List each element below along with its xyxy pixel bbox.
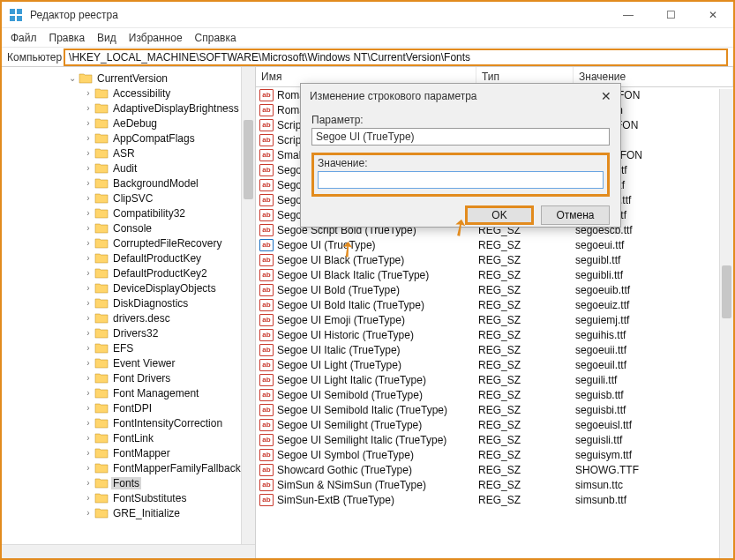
list-row[interactable]: abSegoe UI Black Italic (TrueType)REG_SZ… — [256, 267, 733, 282]
expand-icon[interactable]: › — [83, 298, 94, 308]
param-name-field[interactable]: Segoe UI (TrueType) — [311, 128, 610, 146]
expand-icon[interactable]: › — [83, 493, 94, 503]
expand-icon[interactable]: › — [83, 448, 94, 458]
tree-item[interactable]: ›FontLink — [2, 430, 255, 445]
tree-item[interactable]: ›Accessibility — [2, 86, 255, 101]
tree-hscrollbar[interactable] — [2, 544, 255, 558]
list-row[interactable]: abSegoe UI (TrueType)REG_SZsegoeui.ttf — [256, 237, 733, 252]
expand-icon[interactable]: › — [83, 283, 94, 293]
expand-icon[interactable]: › — [83, 253, 94, 263]
ok-button[interactable]: OK — [465, 205, 534, 225]
tree-item[interactable]: ›FontMapper — [2, 445, 255, 460]
tree-item-label: Event Viewer — [111, 357, 176, 370]
tree-item[interactable]: ›drivers.desc — [2, 310, 255, 325]
expand-icon[interactable]: › — [83, 418, 94, 428]
tree-item[interactable]: ›FontDPI — [2, 400, 255, 415]
expand-icon[interactable]: › — [83, 313, 94, 323]
expand-icon[interactable]: › — [83, 478, 94, 488]
maximize-button[interactable]: ☐ — [657, 9, 684, 21]
tree-item-label: BackgroundModel — [111, 177, 200, 190]
expand-icon[interactable]: › — [83, 358, 94, 368]
expand-icon[interactable]: › — [83, 193, 94, 203]
expand-icon[interactable]: › — [83, 403, 94, 413]
menu-file[interactable]: Файл — [11, 32, 37, 44]
tree-item[interactable]: ›Audit — [2, 161, 255, 175]
expand-icon[interactable]: › — [83, 223, 94, 233]
tree-item[interactable]: ›BackgroundModel — [2, 175, 255, 190]
expand-icon[interactable]: › — [83, 238, 94, 248]
tree-item[interactable]: ›Console — [2, 220, 255, 235]
expand-icon[interactable]: › — [83, 268, 94, 278]
menu-favorites[interactable]: Избранное — [129, 32, 183, 44]
tree-item[interactable]: ›Event Viewer — [2, 355, 255, 370]
value-input[interactable] — [318, 171, 604, 189]
path-input[interactable]: \HKEY_LOCAL_MACHINE\SOFTWARE\Microsoft\W… — [64, 49, 728, 66]
expand-icon[interactable]: › — [83, 373, 94, 383]
expand-icon[interactable]: › — [83, 118, 94, 128]
list-row[interactable]: abSegoe UI Historic (TrueType)REG_SZsegu… — [256, 327, 733, 342]
tree-item[interactable]: ›FontSubstitutes — [2, 490, 255, 505]
string-value-icon: ab — [259, 404, 274, 416]
menu-help[interactable]: Справка — [195, 32, 236, 44]
folder-icon — [94, 117, 109, 129]
list-row[interactable]: abSegoe UI Light Italic (TrueType)REG_SZ… — [256, 372, 733, 387]
menu-view[interactable]: Вид — [97, 32, 116, 44]
expand-icon[interactable]: › — [83, 463, 94, 473]
list-row[interactable]: abSegoe UI Semilight (TrueType)REG_SZseg… — [256, 417, 733, 432]
tree-item[interactable]: ›Font Management — [2, 385, 255, 400]
list-row[interactable]: abSegoe UI Black (TrueType)REG_SZseguibl… — [256, 252, 733, 267]
list-row[interactable]: abSegoe UI Symbol (TrueType)REG_SZseguis… — [256, 447, 733, 462]
menu-edit[interactable]: Правка — [49, 32, 86, 44]
list-row[interactable]: abShowcard Gothic (TrueType)REG_SZSHOWG.… — [256, 462, 733, 477]
tree-scrollbar[interactable] — [241, 67, 255, 558]
tree-item[interactable]: ›DefaultProductKey — [2, 250, 255, 265]
dialog-close-button[interactable]: ✕ — [601, 89, 611, 103]
list-row[interactable]: abSegoe UI Italic (TrueType)REG_SZsegoeu… — [256, 342, 733, 357]
expand-icon[interactable]: › — [83, 508, 94, 518]
tree-item[interactable]: ›Font Drivers — [2, 370, 255, 385]
tree-root[interactable]: CurrentVersion — [95, 72, 169, 85]
list-row[interactable]: abSegoe UI Emoji (TrueType)REG_SZseguiem… — [256, 312, 733, 327]
expand-icon[interactable]: › — [83, 328, 94, 338]
list-row[interactable]: abSimSun-ExtB (TrueType)REG_SZsimsunb.tt… — [256, 492, 733, 507]
list-row[interactable]: abSegoe UI Bold (TrueType)REG_SZsegoeuib… — [256, 282, 733, 297]
tree-item[interactable]: ›FontMapperFamilyFallback — [2, 460, 255, 475]
tree-item[interactable]: ›DiskDiagnostics — [2, 295, 255, 310]
expand-icon[interactable]: › — [83, 433, 94, 443]
tree-item[interactable]: ›DeviceDisplayObjects — [2, 280, 255, 295]
list-row[interactable]: abSegoe UI Bold Italic (TrueType)REG_SZs… — [256, 297, 733, 312]
tree-item[interactable]: ›AdaptiveDisplayBrightness — [2, 101, 255, 116]
expand-icon[interactable]: › — [83, 208, 94, 218]
close-button[interactable]: ✕ — [700, 9, 726, 21]
tree-item[interactable]: ›FontIntensityCorrection — [2, 415, 255, 430]
list-row[interactable]: abSegoe UI Light (TrueType)REG_SZsegoeui… — [256, 357, 733, 372]
tree-item[interactable]: ›CorruptedFileRecovery — [2, 235, 255, 250]
tree-item[interactable]: ›Fonts — [2, 475, 255, 490]
tree-item[interactable]: ›EFS — [2, 340, 255, 355]
list-row[interactable]: abSegoe UI Semibold Italic (TrueType)REG… — [256, 402, 733, 417]
expand-icon[interactable]: › — [83, 88, 94, 98]
expand-icon[interactable]: › — [83, 133, 94, 143]
expand-icon[interactable]: › — [83, 163, 94, 173]
tree-item[interactable]: ›Drivers32 — [2, 325, 255, 340]
tree-item[interactable]: ›GRE_Initialize — [2, 505, 255, 520]
list-scrollbar[interactable] — [719, 89, 733, 558]
list-row[interactable]: abSegoe UI Semilight Italic (TrueType)RE… — [256, 432, 733, 447]
expand-icon[interactable]: › — [83, 178, 94, 188]
expand-icon[interactable]: › — [83, 343, 94, 353]
tree-item[interactable]: ›Compatibility32 — [2, 205, 255, 220]
list-row[interactable]: abSegoe UI Semibold (TrueType)REG_SZsegu… — [256, 387, 733, 402]
tree-item[interactable]: ›DefaultProductKey2 — [2, 265, 255, 280]
cancel-button[interactable]: Отмена — [541, 205, 610, 225]
expand-icon[interactable]: › — [83, 148, 94, 158]
tree-panel[interactable]: ⌄ CurrentVersion ›Accessibility›Adaptive… — [2, 67, 256, 558]
expand-icon[interactable]: › — [83, 388, 94, 398]
expand-icon[interactable]: › — [83, 103, 94, 113]
tree-item[interactable]: ›ASR — [2, 146, 255, 161]
list-row[interactable]: abSimSun & NSimSun (TrueType)REG_SZsimsu… — [256, 477, 733, 492]
minimize-button[interactable]: — — [615, 9, 641, 21]
tree-item[interactable]: ›ClipSVC — [2, 190, 255, 205]
tree-item[interactable]: ›AppCompatFlags — [2, 131, 255, 146]
tree-item[interactable]: ›AeDebug — [2, 116, 255, 131]
collapse-icon[interactable]: ⌄ — [67, 73, 78, 83]
